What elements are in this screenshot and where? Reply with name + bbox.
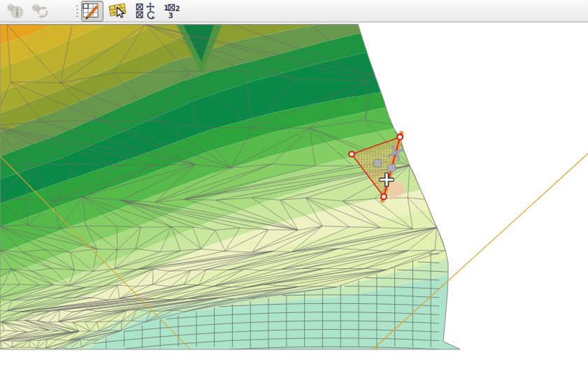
mesh-editor-window: { "toolbar": { "buttons": [ {"id": "data… <box>0 0 588 371</box>
mesh-clipped-layers <box>0 23 475 371</box>
midpoint-drag-handle[interactable] <box>374 160 382 167</box>
select-mesh-element-button[interactable] <box>106 1 129 22</box>
renumber-nodes-button[interactable]: 1 2 3 <box>160 1 182 22</box>
toolbar-grip[interactable] <box>75 3 79 19</box>
mesh-pencil-icon <box>83 1 102 20</box>
mesh-scene <box>0 23 588 371</box>
refresh-cube-icon <box>31 3 50 20</box>
nodes-transform-icon <box>136 1 157 20</box>
renumber-icon: 1 2 3 <box>162 3 180 20</box>
midpoint-drag-handle[interactable] <box>388 164 396 171</box>
mesh-cursor-icon <box>108 2 127 20</box>
renumber-digit-3: 3 <box>168 12 173 20</box>
transform-nodes-button[interactable] <box>135 1 157 22</box>
dataset-refresh-button[interactable] <box>29 1 52 22</box>
vertex-handle[interactable] <box>397 134 403 140</box>
edit-mesh-element-button[interactable] <box>81 1 103 22</box>
renumber-digit-2: 2 <box>175 5 180 13</box>
renumber-digit-1: 1 <box>164 4 168 12</box>
vertex-handle[interactable] <box>381 194 387 200</box>
vertex-handle[interactable] <box>349 152 354 157</box>
toolbar: 1 2 3 <box>0 0 588 22</box>
info-cube-icon <box>6 3 24 20</box>
dataset-info-button[interactable] <box>4 1 27 22</box>
mesh-canvas[interactable] <box>0 23 588 371</box>
